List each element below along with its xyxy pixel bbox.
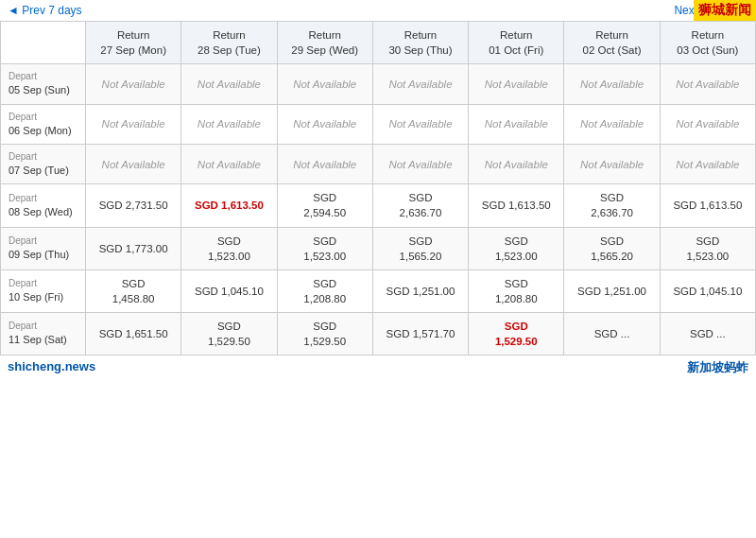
cell-4-2[interactable]: SGD 1,523.00 [277, 227, 372, 269]
cell-3-2[interactable]: SGD 2,594.50 [277, 184, 372, 227]
cell-2-1[interactable]: Not Available [181, 144, 277, 183]
cell-2-0[interactable]: Not Available [86, 144, 181, 183]
col-header-1: Return 28 Sep (Tue) [181, 22, 277, 64]
cell-2-5[interactable]: Not Available [564, 144, 660, 183]
cell-2-6[interactable]: Not Available [660, 144, 755, 183]
watermark-bottom-left: shicheng.news [8, 359, 95, 376]
cell-1-0[interactable]: Not Available [86, 104, 181, 144]
cell-2-3[interactable]: Not Available [372, 144, 468, 183]
cell-5-6[interactable]: SGD 1,045.10 [660, 269, 755, 312]
cell-3-0[interactable]: SGD 2,731.50 [86, 184, 181, 227]
cell-1-6[interactable]: Not Available [660, 104, 755, 144]
cell-6-6[interactable]: SGD ... [660, 312, 755, 355]
cell-4-3[interactable]: SGD 1,565.20 [372, 227, 468, 269]
navigation-bar: ◄ Prev 7 days Next 7 days ► [0, 0, 756, 21]
top-right-logo: 狮城新闻 [694, 0, 756, 21]
cell-0-0[interactable]: Not Available [86, 64, 181, 104]
col-header-5: Return 02 Oct (Sat) [564, 22, 660, 64]
col-header-0: Return 27 Sep (Mon) [86, 22, 181, 64]
cell-2-2[interactable]: Not Available [277, 144, 372, 183]
cell-0-4[interactable]: Not Available [469, 64, 564, 104]
cell-4-4[interactable]: SGD 1,523.00 [469, 227, 564, 269]
col-header-6: Return 03 Oct (Sun) [660, 22, 755, 64]
cell-6-4[interactable]: SGD 1,529.50 [469, 312, 564, 355]
cell-3-4[interactable]: SGD 1,613.50 [469, 184, 564, 227]
col-header-2: Return 29 Sep (Wed) [277, 22, 372, 64]
row-header-2: Depart07 Sep (Tue) [1, 144, 86, 183]
cell-1-1[interactable]: Not Available [181, 104, 277, 144]
cell-6-0[interactable]: SGD 1,651.50 [86, 312, 181, 355]
cell-0-2[interactable]: Not Available [277, 64, 372, 104]
flight-table: Return 27 Sep (Mon) Return 28 Sep (Tue) … [0, 21, 756, 356]
row-header-4: Depart09 Sep (Thu) [1, 227, 86, 269]
cell-6-2[interactable]: SGD 1,529.50 [277, 312, 372, 355]
cell-6-3[interactable]: SGD 1,571.70 [372, 312, 468, 355]
row-header-6: Depart11 Sep (Sat) [1, 312, 86, 355]
cell-6-1[interactable]: SGD 1,529.50 [181, 312, 277, 355]
cell-1-5[interactable]: Not Available [564, 104, 660, 144]
prev-link[interactable]: ◄ Prev 7 days [8, 4, 82, 17]
cell-4-0[interactable]: SGD 1,773.00 [86, 227, 181, 269]
cell-0-3[interactable]: Not Available [372, 64, 468, 104]
cell-3-3[interactable]: SGD 2,636.70 [372, 184, 468, 227]
row-header-3: Depart08 Sep (Wed) [1, 184, 86, 227]
cell-4-1[interactable]: SGD 1,523.00 [181, 227, 277, 269]
cell-5-0[interactable]: SGD 1,458.80 [86, 269, 181, 312]
col-header-4: Return 01 Oct (Fri) [469, 22, 564, 64]
row-header-1: Depart06 Sep (Mon) [1, 104, 86, 144]
col-header-3: Return 30 Sep (Thu) [372, 22, 468, 64]
cell-4-6[interactable]: SGD 1,523.00 [660, 227, 755, 269]
cell-0-6[interactable]: Not Available [660, 64, 755, 104]
cell-5-3[interactable]: SGD 1,251.00 [372, 269, 468, 312]
cell-1-2[interactable]: Not Available [277, 104, 372, 144]
cell-5-4[interactable]: SGD 1,208.80 [469, 269, 564, 312]
cell-1-4[interactable]: Not Available [469, 104, 564, 144]
cell-1-3[interactable]: Not Available [372, 104, 468, 144]
cell-0-1[interactable]: Not Available [181, 64, 277, 104]
cell-4-5[interactable]: SGD 1,565.20 [564, 227, 660, 269]
row-header-5: Depart10 Sep (Fri) [1, 269, 86, 312]
header-empty [1, 22, 86, 64]
cell-5-5[interactable]: SGD 1,251.00 [564, 269, 660, 312]
cell-6-5[interactable]: SGD ... [564, 312, 660, 355]
cell-3-6[interactable]: SGD 1,613.50 [660, 184, 755, 227]
cell-3-1[interactable]: SGD 1,613.50 [181, 184, 277, 227]
cell-3-5[interactable]: SGD 2,636.70 [564, 184, 660, 227]
watermark-bottom-right: 新加坡蚂蚱 [687, 359, 748, 376]
cell-2-4[interactable]: Not Available [469, 144, 564, 183]
cell-5-1[interactable]: SGD 1,045.10 [181, 269, 277, 312]
cell-5-2[interactable]: SGD 1,208.80 [277, 269, 372, 312]
cell-0-5[interactable]: Not Available [564, 64, 660, 104]
row-header-0: Depart05 Sep (Sun) [1, 64, 86, 104]
